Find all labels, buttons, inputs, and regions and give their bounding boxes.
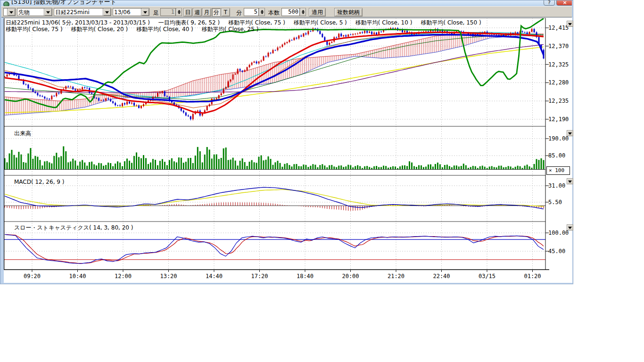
chart-background: 日経225mini 13/06( 5分, 2013/03/13 - 2013/0… bbox=[4, 17, 572, 283]
multi-symbol-button[interactable]: 複数銘柄 bbox=[334, 8, 363, 16]
toolbar: 先物 日経225mini 13/06 足 1 日 週 月 分 T 分 bbox=[1, 6, 572, 18]
window-title: [5130] 指数先物/オプションチャート bbox=[11, 0, 116, 6]
app-icon bbox=[3, 1, 9, 6]
bar-count-value[interactable]: 1 bbox=[160, 8, 176, 16]
title-bar[interactable]: [5130] 指数先物/オプションチャート ? × bbox=[1, 0, 572, 6]
price-y-axis-label: 12,280 bbox=[548, 79, 573, 86]
bar-count-spinner[interactable]: 1 bbox=[160, 8, 182, 16]
volume-label: 出来高 bbox=[14, 130, 31, 138]
legend-item: 移動平均( Close, 25 ) bbox=[202, 26, 259, 33]
dropdown-arrow-icon bbox=[568, 23, 572, 25]
combo-arrow-icon[interactable] bbox=[7, 8, 15, 16]
x-axis-label: 01:20 bbox=[518, 273, 548, 280]
apply-button[interactable]: 適用 bbox=[309, 8, 326, 16]
period-button-week[interactable]: 週 bbox=[193, 8, 202, 16]
chart-plot[interactable]: 日経225mini 13/06( 5分, 2013/03/13 - 2013/0… bbox=[4, 18, 572, 283]
x-axis-label: 17:20 bbox=[245, 273, 275, 280]
main-chart-svg[interactable] bbox=[4, 18, 572, 272]
x-axis-label: 18:40 bbox=[290, 273, 320, 280]
dropdown-arrow-icon bbox=[568, 227, 572, 229]
desktop-canvas: [5130] 指数先物/オプションチャート ? × 先物 日経225mini 1… bbox=[0, 0, 644, 362]
symbol-select[interactable]: 日経225mini bbox=[54, 8, 111, 16]
category-select[interactable]: 先物 bbox=[17, 8, 52, 16]
combo-arrow-icon[interactable] bbox=[44, 8, 52, 16]
price-y-axis-label: 12,370 bbox=[548, 43, 573, 49]
macd-label: MACD( 12, 26, 9 ) bbox=[14, 179, 64, 185]
period-button-month[interactable]: 月 bbox=[202, 8, 211, 16]
legend-item: 日経225mini 13/06( 5分, 2013/03/13 - 2013/0… bbox=[6, 19, 150, 26]
stoch-label: スロー・ストキャスティクス( 14, 3, 80, 20 ) bbox=[14, 224, 133, 232]
legend-item: 一目均衡表( 9, 26, 52 ) bbox=[158, 19, 220, 26]
dropdown-arrow-icon bbox=[568, 132, 572, 135]
category-value: 先物 bbox=[18, 9, 44, 16]
legend-item: 移動平均( Close, 20 ) bbox=[71, 26, 128, 33]
x-axis-label: 12:00 bbox=[108, 273, 138, 280]
legend-item: 移動平均( Close, 75 ) bbox=[228, 19, 285, 26]
panel-settings-button[interactable] bbox=[567, 224, 573, 230]
legend-item: 移動平均( Close, 150 ) bbox=[421, 19, 481, 26]
period-button-tick[interactable]: T bbox=[221, 8, 230, 16]
volume-y-axis-label: 85.00 bbox=[548, 152, 573, 159]
panel-settings-button[interactable] bbox=[567, 21, 573, 27]
x-axis-label: 20:00 bbox=[336, 273, 366, 280]
price-panel-legend-line2: 移動平均( Close, 75 )移動平均( Close, 20 )移動平均( … bbox=[6, 25, 267, 33]
price-y-axis-label: 12,235 bbox=[548, 98, 573, 104]
minute-spinner[interactable]: 5 bbox=[244, 8, 265, 16]
legend-item: 移動平均( Close, 10 ) bbox=[355, 19, 413, 26]
chart-window: [5130] 指数先物/オプションチャート ? × 先物 日経225mini 1… bbox=[0, 0, 573, 284]
spinner-arrows-icon[interactable] bbox=[176, 8, 182, 16]
bar-number-spinner[interactable]: 500 bbox=[281, 8, 306, 16]
x-axis-label: 13:20 bbox=[154, 273, 184, 280]
volume-multiplier-badge: × 100 bbox=[546, 166, 570, 175]
volume-y-axis-label: 190.00 bbox=[548, 135, 573, 142]
bar-number-value[interactable]: 500 bbox=[281, 8, 300, 16]
legend-item: 移動平均( Close, 75 ) bbox=[6, 26, 63, 33]
contract-select[interactable]: 13/06 bbox=[113, 8, 149, 16]
stoch-y-axis-label: 100.00 bbox=[548, 230, 573, 236]
symbol-value: 日経225mini bbox=[55, 9, 103, 16]
minute-value[interactable]: 5 bbox=[244, 8, 259, 16]
period-button-minute[interactable]: 分 bbox=[212, 8, 221, 16]
x-axis-label: 03/15 bbox=[472, 273, 502, 280]
spinner-arrows-icon[interactable] bbox=[300, 8, 306, 16]
legend-item: 移動平均( Close, 5 ) bbox=[294, 19, 347, 26]
price-y-axis-label: 12,325 bbox=[548, 61, 573, 68]
dropdown-arrow-icon bbox=[568, 181, 572, 183]
combo-arrow-icon[interactable] bbox=[103, 8, 111, 16]
macd-y-axis-label: 5.50 bbox=[548, 199, 573, 206]
chart-area: 日経225mini 13/06( 5分, 2013/03/13 - 2013/0… bbox=[1, 17, 572, 282]
price-y-axis-label: 12,190 bbox=[548, 116, 573, 123]
bars-label: 本数 bbox=[268, 9, 280, 17]
combo-arrow-icon[interactable] bbox=[141, 8, 149, 16]
stoch-y-axis-label: 45.00 bbox=[548, 248, 573, 255]
bar-label: 足 bbox=[153, 9, 159, 17]
x-axis-label: 09:20 bbox=[17, 273, 47, 280]
x-axis-label: 14:40 bbox=[199, 273, 229, 280]
legend-item: 移動平均( Close, 40 ) bbox=[136, 26, 193, 33]
x-axis-label: 10:40 bbox=[63, 273, 93, 280]
help-button[interactable]: ? bbox=[544, 0, 555, 6]
period-button-day[interactable]: 日 bbox=[183, 8, 192, 16]
x-axis-label: 21:20 bbox=[381, 273, 411, 280]
x-axis-label: 22:40 bbox=[427, 273, 457, 280]
panel-settings-button[interactable] bbox=[567, 178, 573, 184]
minute-label: 分 bbox=[236, 9, 242, 17]
contract-value: 13/06 bbox=[114, 9, 141, 16]
spinner-arrows-icon[interactable] bbox=[259, 8, 265, 16]
favorites-dropdown[interactable] bbox=[3, 8, 16, 16]
panel-settings-button[interactable] bbox=[567, 130, 573, 136]
close-button[interactable]: × bbox=[556, 0, 572, 6]
